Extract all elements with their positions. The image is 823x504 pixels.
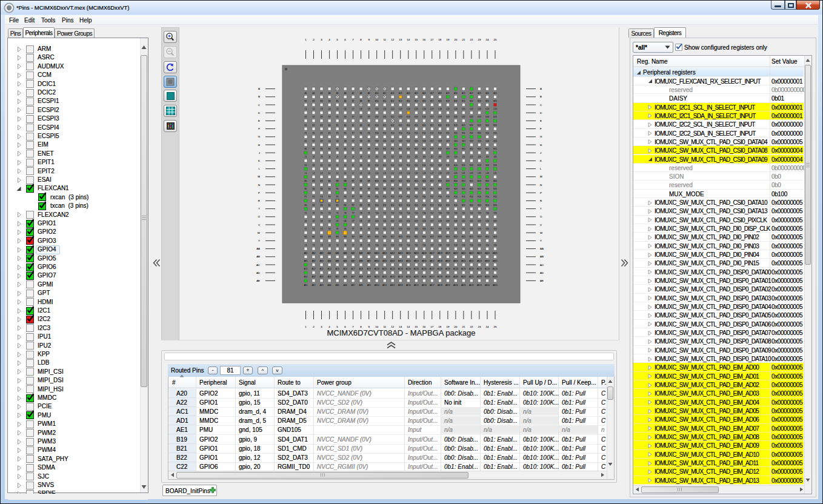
svg-text:G24: G24 xyxy=(485,140,489,142)
svg-text:N14: N14 xyxy=(407,188,410,190)
svg-text:AC2: AC2 xyxy=(312,268,315,270)
svg-text:U23: U23 xyxy=(478,220,481,222)
svg-text:AC18: AC18 xyxy=(438,268,442,270)
svg-text:J25: J25 xyxy=(493,156,496,158)
svg-text:AC13: AC13 xyxy=(398,268,403,270)
svg-text:M7: M7 xyxy=(352,180,355,182)
svg-text:AC4: AC4 xyxy=(327,268,331,270)
svg-text:7: 7 xyxy=(352,38,354,41)
svg-text:B7: B7 xyxy=(352,100,355,102)
svg-text:F: F xyxy=(258,127,260,130)
svg-text:F5: F5 xyxy=(336,132,339,134)
svg-text:B21: B21 xyxy=(462,100,465,102)
svg-text:AD5: AD5 xyxy=(335,276,339,278)
svg-text:M23: M23 xyxy=(478,180,481,182)
svg-text:AB6: AB6 xyxy=(344,260,347,262)
svg-text:Y22: Y22 xyxy=(470,244,473,247)
svg-text:U14: U14 xyxy=(407,220,410,222)
svg-text:C23: C23 xyxy=(478,108,481,110)
svg-text:W9: W9 xyxy=(367,236,370,238)
svg-text:N8: N8 xyxy=(360,188,362,190)
svg-text:T: T xyxy=(258,207,260,210)
svg-text:W4: W4 xyxy=(328,236,331,238)
svg-text:M1: M1 xyxy=(304,180,307,182)
svg-text:AE10: AE10 xyxy=(375,284,379,287)
svg-text:AB7: AB7 xyxy=(352,260,355,262)
svg-text:J22: J22 xyxy=(470,156,473,158)
svg-text:T1: T1 xyxy=(305,212,307,214)
svg-text:A13: A13 xyxy=(399,92,402,94)
svg-text:T2: T2 xyxy=(313,212,315,214)
svg-text:W: W xyxy=(258,231,261,234)
svg-text:AA16: AA16 xyxy=(422,252,427,254)
svg-text:AC: AC xyxy=(540,264,544,267)
svg-text:K1: K1 xyxy=(305,164,307,167)
svg-text:K19: K19 xyxy=(446,164,450,167)
svg-text:Y10: Y10 xyxy=(375,244,379,247)
svg-text:M14: M14 xyxy=(407,180,410,182)
svg-text:T7: T7 xyxy=(352,212,355,214)
svg-text:R25: R25 xyxy=(493,204,497,207)
svg-text:N18: N18 xyxy=(438,188,442,190)
svg-text:V12: V12 xyxy=(391,228,395,230)
svg-text:U2: U2 xyxy=(312,220,315,222)
svg-text:P2: P2 xyxy=(313,196,315,198)
svg-text:B3: B3 xyxy=(321,100,323,102)
svg-text:Y18: Y18 xyxy=(438,244,442,247)
svg-text:J11: J11 xyxy=(383,156,386,158)
svg-text:AB25: AB25 xyxy=(493,260,498,262)
svg-text:G14: G14 xyxy=(407,140,410,142)
svg-text:W5: W5 xyxy=(336,236,339,238)
svg-text:AD7: AD7 xyxy=(351,276,355,278)
svg-text:K21: K21 xyxy=(462,164,465,167)
svg-text:B14: B14 xyxy=(407,100,410,102)
svg-text:D22: D22 xyxy=(470,116,473,118)
svg-text:AC15: AC15 xyxy=(414,268,419,270)
svg-text:AC14: AC14 xyxy=(406,268,411,270)
svg-text:G23: G23 xyxy=(478,140,481,142)
svg-text:A7: A7 xyxy=(352,92,355,94)
svg-text:K: K xyxy=(540,159,542,162)
svg-text:AC21: AC21 xyxy=(461,268,466,270)
svg-text:AE12: AE12 xyxy=(390,284,395,287)
svg-text:M20: M20 xyxy=(454,180,458,182)
svg-text:AD12: AD12 xyxy=(390,276,395,278)
svg-text:6: 6 xyxy=(344,38,346,41)
svg-text:H15: H15 xyxy=(415,148,418,150)
svg-text:AD15: AD15 xyxy=(414,276,419,278)
svg-text:AD13: AD13 xyxy=(398,276,403,278)
svg-text:AE9: AE9 xyxy=(367,284,371,287)
svg-text:G6: G6 xyxy=(344,140,346,142)
svg-text:C2: C2 xyxy=(312,108,315,110)
svg-text:J19: J19 xyxy=(446,156,449,158)
svg-text:D14: D14 xyxy=(407,116,410,118)
svg-text:E14: E14 xyxy=(407,124,410,127)
svg-text:A6: A6 xyxy=(344,92,347,94)
svg-text:V25: V25 xyxy=(493,228,497,230)
svg-text:R7: R7 xyxy=(352,204,355,207)
svg-text:U15: U15 xyxy=(415,220,418,222)
svg-text:V21: V21 xyxy=(462,228,465,230)
svg-text:B: B xyxy=(540,95,542,98)
svg-text:F14: F14 xyxy=(407,132,410,134)
svg-text:U13: U13 xyxy=(399,220,402,222)
svg-text:L20: L20 xyxy=(454,172,458,174)
svg-text:N25: N25 xyxy=(493,188,497,190)
svg-text:L10: L10 xyxy=(375,172,379,174)
svg-text:F4: F4 xyxy=(328,132,331,134)
svg-text:P19: P19 xyxy=(446,196,450,198)
svg-text:AE2: AE2 xyxy=(312,284,315,287)
svg-text:D: D xyxy=(258,111,260,114)
svg-text:E15: E15 xyxy=(415,124,418,127)
svg-text:K23: K23 xyxy=(478,164,481,167)
svg-text:C19: C19 xyxy=(446,108,450,110)
svg-text:AE16: AE16 xyxy=(422,284,427,287)
svg-text:N15: N15 xyxy=(415,188,418,190)
svg-text:V: V xyxy=(540,224,542,227)
svg-text:J8: J8 xyxy=(360,156,362,158)
svg-text:AD3: AD3 xyxy=(319,276,323,278)
svg-text:P: P xyxy=(540,191,542,194)
svg-text:E20: E20 xyxy=(454,124,458,127)
svg-text:AB24: AB24 xyxy=(485,260,490,262)
svg-text:H17: H17 xyxy=(430,148,434,150)
